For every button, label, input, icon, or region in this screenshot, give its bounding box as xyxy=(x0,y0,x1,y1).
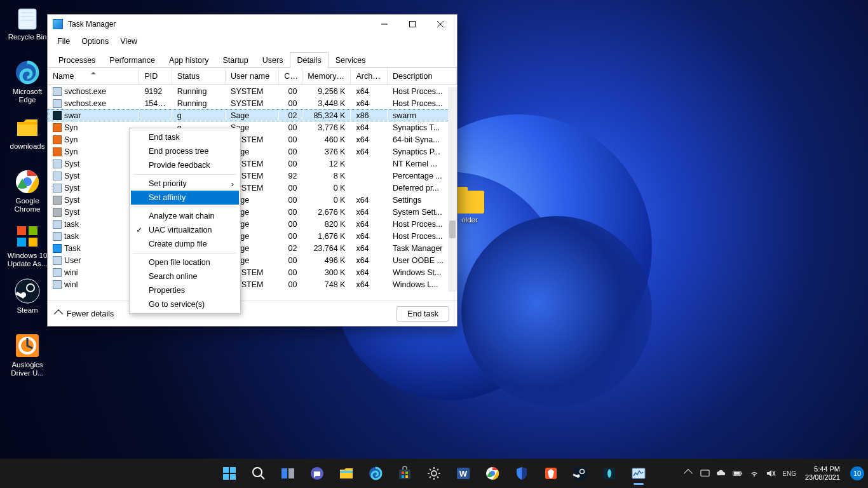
desktop-icon-recycle-bin[interactable]: Recycle Bin xyxy=(3,3,52,53)
process-row[interactable]: TaskgSage0223,764 Kx64Task Manager xyxy=(48,242,457,254)
process-row[interactable]: SyngSage00376 Kx64Synaptics P... xyxy=(48,146,457,158)
context-item-create-dump-file[interactable]: Create dump file xyxy=(131,237,239,251)
cell-arch: x64 xyxy=(351,97,388,109)
menu-file[interactable]: File xyxy=(51,35,76,48)
taskbar-search[interactable] xyxy=(246,461,271,486)
process-row[interactable]: UsergSage00496 Kx64User OOBE ... xyxy=(48,254,457,266)
minimize-button[interactable] xyxy=(370,15,398,33)
cell-user: Sage xyxy=(226,109,279,121)
menu-options[interactable]: Options xyxy=(76,35,114,48)
taskbar-brave[interactable] xyxy=(538,461,564,486)
context-item-go-to-service-s[interactable]: Go to service(s) xyxy=(131,297,239,311)
titlebar[interactable]: Task Manager xyxy=(48,15,457,34)
tab-processes[interactable]: Processes xyxy=(51,52,102,68)
taskbar-taskview[interactable] xyxy=(275,461,301,486)
cell-status: Running xyxy=(172,97,225,109)
process-row[interactable]: SystdedSage000 Kx64Settings xyxy=(48,194,457,206)
maximize-button[interactable] xyxy=(398,15,426,33)
process-row[interactable]: swargSage0285,324 Kx86swarm xyxy=(48,109,457,121)
tray-overflow-icon[interactable] xyxy=(683,468,693,478)
process-row[interactable]: SystgSage002,676 Kx64System Sett... xyxy=(48,206,457,218)
context-item-uac-virtualization[interactable]: UAC virtualization xyxy=(131,223,239,237)
close-button[interactable] xyxy=(426,15,454,33)
clock[interactable]: 5:44 PM 23/08/2021 xyxy=(805,465,840,482)
column-header-cpu[interactable]: CPU xyxy=(279,68,302,85)
menu-view[interactable]: View xyxy=(114,35,143,48)
process-icon xyxy=(53,232,62,241)
context-item-analyze-wait-chain[interactable]: Analyze wait chain xyxy=(131,209,239,223)
cell-description: Windows St... xyxy=(387,266,456,278)
tab-services[interactable]: Services xyxy=(329,52,373,68)
context-item-open-file-location[interactable]: Open file location xyxy=(131,255,239,269)
process-row[interactable]: winigSYSTEM00300 Kx64Windows St... xyxy=(48,266,457,278)
cell-cpu: 00 xyxy=(279,133,302,146)
process-row[interactable]: taskgSage00820 Kx64Host Proces... xyxy=(48,218,457,230)
taskbar-chat[interactable] xyxy=(304,461,330,486)
tab-performance[interactable]: Performance xyxy=(102,52,162,68)
taskbar-swarm[interactable] xyxy=(597,461,622,486)
taskbar-word[interactable]: W xyxy=(451,461,476,486)
taskbar-taskmgr[interactable] xyxy=(626,461,651,486)
process-row[interactable]: SyngSage003,776 Kx64Synaptics T... xyxy=(48,121,457,133)
scrollbar-thumb[interactable] xyxy=(449,220,456,238)
column-header-pid[interactable]: PID xyxy=(139,68,172,85)
tab-details[interactable]: Details xyxy=(290,52,328,68)
taskbar-steam[interactable] xyxy=(567,461,593,486)
context-item-end-task[interactable]: End task xyxy=(131,130,239,144)
context-item-set-priority[interactable]: Set priority xyxy=(131,177,239,191)
taskbar-store[interactable] xyxy=(392,461,417,486)
process-row[interactable]: svchost.exe15444RunningSYSTEM003,448 Kx6… xyxy=(48,97,457,109)
column-header-status[interactable]: Status xyxy=(172,68,225,85)
process-row[interactable]: SyngSYSTEM00460 Kx6464-bit Syna... xyxy=(48,133,457,146)
onedrive-icon[interactable] xyxy=(716,468,726,478)
desktop-icon-google-chrome[interactable]: Google Chrome xyxy=(3,166,52,217)
tab-users[interactable]: Users xyxy=(255,52,290,68)
taskbar-security[interactable] xyxy=(509,461,534,486)
context-item-end-process-tree[interactable]: End process tree xyxy=(131,144,239,158)
process-row[interactable]: svchost.exe9192RunningSYSTEM009,256 Kx64… xyxy=(48,85,457,98)
wifi-icon[interactable] xyxy=(749,468,759,478)
taskbar-chrome[interactable] xyxy=(480,461,505,486)
process-row[interactable]: winlgSYSTEM00748 Kx64Windows L... xyxy=(48,278,457,290)
cell-memory: 3,448 K xyxy=(302,97,351,109)
context-item-provide-feedback[interactable]: Provide feedback xyxy=(131,158,239,172)
process-row[interactable]: SystgSYSTEM0012 KNT Kernel ... xyxy=(48,158,457,170)
taskbar-explorer[interactable] xyxy=(334,461,359,486)
scrollbar[interactable] xyxy=(448,87,457,292)
column-header-archite-[interactable]: Archite... xyxy=(351,68,388,85)
taskbar-start[interactable] xyxy=(217,461,242,486)
desktop-icon-microsoft-edge[interactable]: Microsoft Edge xyxy=(3,57,52,108)
column-header-memory-a-[interactable]: Memory (a... xyxy=(302,68,351,85)
process-icon xyxy=(53,184,62,193)
desktop-icon-auslogics-driver-u-[interactable]: Auslogics Driver U... xyxy=(3,330,52,381)
column-header-name[interactable]: Name xyxy=(48,68,139,85)
touchpad-icon[interactable] xyxy=(700,468,710,478)
desktop-icon-downloads[interactable]: downloads xyxy=(3,112,52,163)
process-row[interactable]: SystgSYSTEM000 KDeferred pr... xyxy=(48,182,457,194)
fewer-details-toggle[interactable]: Fewer details xyxy=(55,309,114,318)
notification-badge[interactable]: 10 xyxy=(850,466,864,480)
cell-name: Task xyxy=(48,242,139,254)
end-task-button[interactable]: End task xyxy=(397,306,449,322)
volume-icon[interactable] xyxy=(766,468,776,478)
context-item-properties[interactable]: Properties xyxy=(131,283,239,297)
context-item-set-affinity[interactable]: Set affinity xyxy=(131,191,239,205)
column-header-description[interactable]: Description xyxy=(387,68,456,85)
svg-rect-19 xyxy=(223,467,229,473)
cell-memory: 376 K xyxy=(302,146,351,158)
process-icon xyxy=(53,111,62,120)
process-row[interactable]: SystgSYSTEM928 KPercentage ... xyxy=(48,170,457,182)
taskbar-settings[interactable] xyxy=(421,461,447,486)
process-row[interactable]: taskgSage001,676 Kx64Host Proces... xyxy=(48,230,457,242)
desktop-icon-steam[interactable]: Steam xyxy=(3,276,52,327)
tab-startup[interactable]: Startup xyxy=(215,52,255,68)
cell-name: Syn xyxy=(48,133,139,146)
column-header-user-name[interactable]: User name xyxy=(226,68,279,85)
tab-app-history[interactable]: App history xyxy=(162,52,216,68)
context-item-search-online[interactable]: Search online xyxy=(131,269,239,283)
cell-arch: x64 xyxy=(351,194,388,206)
desktop-icon-windows-10-update-as-[interactable]: Windows 10 Update As... xyxy=(3,221,52,272)
taskbar-edge[interactable] xyxy=(363,461,388,486)
battery-icon[interactable] xyxy=(733,468,743,478)
language-icon[interactable]: ENG xyxy=(782,468,796,478)
